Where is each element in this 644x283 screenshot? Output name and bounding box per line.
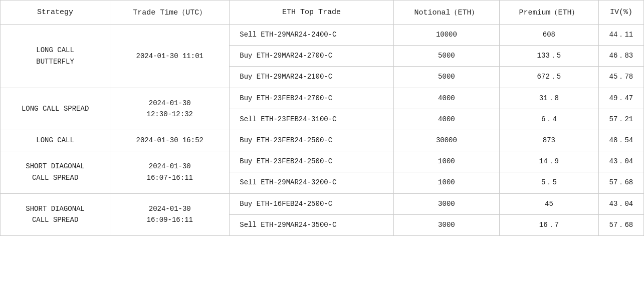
notional-cell: 1000 (393, 172, 499, 193)
table-row: LONG CALL2024-01-30 16:52Buy ETH-23FEB24… (1, 130, 644, 151)
eth-trade-cell: Sell ETH-29MAR24-3500-C (230, 214, 394, 235)
premium-cell: 16．7 (500, 214, 599, 235)
iv-cell: 57．68 (598, 172, 643, 193)
strategy-cell: LONG CALL SPREAD (1, 88, 110, 130)
eth-trade-cell: Buy ETH-29MAR24-2100-C (230, 67, 394, 88)
premium-cell: 14．9 (500, 151, 599, 172)
table-row: LONG CALL BUTTERFLY2024-01-30 11:01Sell … (1, 25, 644, 46)
eth-trade-cell: Buy ETH-29MAR24-2700-C (230, 46, 394, 67)
notional-cell: 30000 (393, 130, 499, 151)
table-row: SHORT DIAGONAL CALL SPREAD2024-01-30 16:… (1, 193, 644, 214)
iv-cell: 57．68 (598, 214, 643, 235)
premium-cell: 5．5 (500, 172, 599, 193)
table-header-row: Strategy Trade Time（UTC） ETH Top Trade N… (1, 1, 644, 25)
notional-cell: 10000 (393, 25, 499, 46)
header-eth-top-trade: ETH Top Trade (230, 1, 394, 25)
premium-cell: 31．8 (500, 88, 599, 109)
iv-cell: 48．54 (598, 130, 643, 151)
table-body: LONG CALL BUTTERFLY2024-01-30 11:01Sell … (1, 25, 644, 236)
notional-cell: 3000 (393, 193, 499, 214)
premium-cell: 873 (500, 130, 599, 151)
trade-time-cell: 2024-01-30 16:07-16:11 (110, 151, 230, 193)
premium-cell: 133．5 (500, 46, 599, 67)
iv-cell: 49．47 (598, 88, 643, 109)
eth-trade-cell: Buy ETH-23FEB24-2700-C (230, 88, 394, 109)
notional-cell: 4000 (393, 88, 499, 109)
notional-cell: 1000 (393, 151, 499, 172)
header-strategy: Strategy (1, 1, 110, 25)
iv-cell: 45．78 (598, 67, 643, 88)
iv-cell: 46．83 (598, 46, 643, 67)
notional-cell: 5000 (393, 67, 499, 88)
notional-cell: 5000 (393, 46, 499, 67)
iv-cell: 57．21 (598, 109, 643, 130)
eth-trade-cell: Buy ETH-16FEB24-2500-C (230, 193, 394, 214)
table-row: SHORT DIAGONAL CALL SPREAD2024-01-30 16:… (1, 151, 644, 172)
premium-cell: 45 (500, 193, 599, 214)
header-notional: Notional（ETH） (393, 1, 499, 25)
premium-cell: 608 (500, 25, 599, 46)
header-premium: Premium（ETH） (500, 1, 599, 25)
trade-time-cell: 2024-01-30 11:01 (110, 25, 230, 88)
iv-cell: 43．04 (598, 151, 643, 172)
strategy-cell: SHORT DIAGONAL CALL SPREAD (1, 151, 110, 193)
header-trade-time: Trade Time（UTC） (110, 1, 230, 25)
eth-trade-cell: Sell ETH-29MAR24-3200-C (230, 172, 394, 193)
eth-trade-cell: Buy ETH-23FEB24-2500-C (230, 151, 394, 172)
trade-time-cell: 2024-01-30 12:30-12:32 (110, 88, 230, 130)
strategy-cell: LONG CALL BUTTERFLY (1, 25, 110, 88)
header-iv: IV(%) (598, 1, 643, 25)
strategy-cell: SHORT DIAGONAL CALL SPREAD (1, 193, 110, 235)
notional-cell: 4000 (393, 109, 499, 130)
table-row: LONG CALL SPREAD2024-01-30 12:30-12:32Bu… (1, 88, 644, 109)
iv-cell: 43．04 (598, 193, 643, 214)
trades-table: Strategy Trade Time（UTC） ETH Top Trade N… (0, 0, 644, 236)
iv-cell: 44．11 (598, 25, 643, 46)
trade-time-cell: 2024-01-30 16:52 (110, 130, 230, 151)
eth-trade-cell: Sell ETH-23FEB24-3100-C (230, 109, 394, 130)
eth-trade-cell: Sell ETH-29MAR24-2400-C (230, 25, 394, 46)
strategy-cell: LONG CALL (1, 130, 110, 151)
notional-cell: 3000 (393, 214, 499, 235)
eth-trade-cell: Buy ETH-23FEB24-2500-C (230, 130, 394, 151)
premium-cell: 6．4 (500, 109, 599, 130)
trade-time-cell: 2024-01-30 16:09-16:11 (110, 193, 230, 235)
main-table-container: Strategy Trade Time（UTC） ETH Top Trade N… (0, 0, 644, 236)
premium-cell: 672．5 (500, 67, 599, 88)
